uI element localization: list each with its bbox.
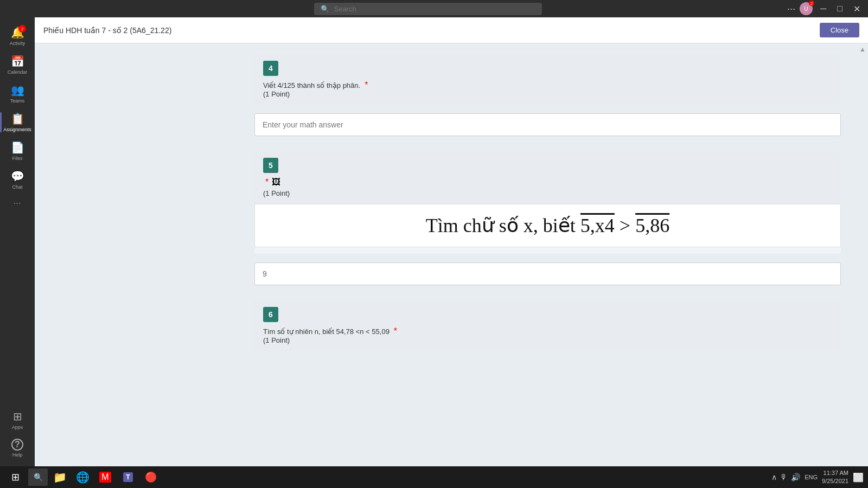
tray-arrow-icon[interactable]: ∧ [771,473,777,481]
center-panel: 4 Viết 4/125 thành số thập phân. * (1 Po… [238,43,857,466]
titlebar: 🔍 ··· U 2 ─ □ ✕ [0,0,868,17]
tray-clock[interactable]: 11:37 AM 9/25/2021 [822,469,848,486]
calendar-icon: 📅 [11,55,24,68]
question-5-math: Tìm chữ số x, biết 5,x4 > 5,86 [426,214,669,237]
sidebar-label-activity: Activity [10,41,25,46]
question-6-text: Tìm số tự nhiên n, biết 54,78 <n < 55,09 [263,328,390,336]
minimize-button[interactable]: ─ [817,3,829,15]
tray-date-value: 9/25/2021 [822,477,848,485]
question-5-image-area: Tìm chữ số x, biết 5,x4 > 5,86 [254,204,841,247]
sidebar-bottom: ⊞ Apps ? Help [9,406,25,466]
activity-badge: 2 [18,25,26,33]
assignments-icon: 📋 [11,112,24,125]
page-title: Phiếu HDH tuần 7 - số 2 (5A6_21.22) [43,26,171,35]
search-input[interactable] [334,5,535,13]
sidebar-label-calendar: Calendar [8,69,28,75]
edge-icon: 🌐 [76,471,90,484]
sidebar-label-assignments: Assignments [3,127,31,132]
search-bar[interactable]: 🔍 [314,3,542,15]
apps-icon: ⊞ [13,410,22,423]
question-4-required: * [365,80,368,90]
tray-volume-icon[interactable]: 🔊 [791,473,800,481]
more-icon: ··· [14,198,22,207]
question-6-header: 6 Tìm số tự nhiên n, biết 54,78 <n < 55,… [254,300,841,351]
question-5-badge: 5 [263,158,278,173]
taskbar-tray: ∧ 🎙 🔊 ENG 11:37 AM 9/25/2021 ⬜ [771,469,864,486]
taskbar-chrome[interactable]: 🔴 [140,466,162,488]
avatar[interactable]: U 2 [800,2,813,15]
more-options-icon[interactable]: ··· [787,3,795,15]
sidebar-item-help[interactable]: ? Help [9,434,25,462]
search-icon: 🔍 [321,5,329,13]
question-4-header: 4 Viết 4/125 thành số thập phân. * (1 Po… [254,54,841,105]
chat-icon: 💬 [11,170,24,183]
question-4-badge: 4 [263,61,278,76]
sidebar-label-help: Help [12,452,23,458]
question-5-input[interactable] [254,262,841,285]
help-icon: ? [11,439,23,451]
sidebar-item-files[interactable]: 📄 Files [0,137,35,165]
sidebar-item-assignments[interactable]: 📋 Assignments [0,108,35,137]
teams-icon: 👥 [11,84,24,97]
teams-taskbar-icon: T [123,472,132,482]
mcafee-icon: M [99,472,111,483]
app-area: 2 🔔 Activity 📅 Calendar 👥 Teams 📋 Assign… [0,17,868,466]
right-panel: ▲ [857,43,868,466]
question-6-points: (1 Point) [263,336,832,344]
question-4-input[interactable] [254,113,841,136]
sidebar-item-activity[interactable]: 2 🔔 Activity [0,22,35,50]
sidebar-item-teams[interactable]: 👥 Teams [0,79,35,108]
question-5-header: 5 * 🖼 (1 Point) [254,151,841,204]
sidebar-item-apps[interactable]: ⊞ Apps [9,406,25,434]
question-4-answer-wrapper [254,113,841,136]
sidebar-item-more[interactable]: ··· [0,194,35,211]
question-5-answer-wrapper [254,262,841,285]
sidebar-label-teams: Teams [10,98,25,104]
taskbar-file-explorer[interactable]: 📁 [49,466,71,488]
files-icon: 📄 [11,141,24,154]
taskbar: ⊞ 🔍 📁 🌐 M T 🔴 ∧ 🎙 🔊 ENG 11:37 AM 9/25/20… [0,466,868,488]
file-explorer-icon: 📁 [53,471,67,484]
taskbar-search-icon: 🔍 [34,473,43,481]
question-5-card: 5 * 🖼 (1 Point) Tìm chữ số x, biết 5,x4 … [254,151,841,254]
taskbar-search-button[interactable]: 🔍 [28,468,48,486]
header-bar: Phiếu HDH tuần 7 - số 2 (5A6_21.22) Clos… [35,17,868,43]
tray-icons: ∧ 🎙 🔊 [771,473,800,481]
question-5-points: (1 Point) [263,189,832,197]
sidebar: 2 🔔 Activity 📅 Calendar 👥 Teams 📋 Assign… [0,17,35,466]
left-panel [35,43,238,466]
tray-mic-icon[interactable]: 🎙 [780,473,788,481]
close-button[interactable]: Close [820,23,859,37]
chrome-icon: 🔴 [145,471,157,483]
taskbar-teams-app[interactable]: T [117,466,139,488]
taskbar-mcafee[interactable]: M [94,466,116,488]
tray-lang: ENG [805,474,818,480]
question-6-required: * [394,326,397,336]
sidebar-label-files: Files [12,156,22,161]
tray-notification-icon[interactable]: ⬜ [853,472,864,483]
question-6-badge: 6 [263,307,278,322]
tray-time-value: 11:37 AM [822,469,848,477]
sidebar-label-chat: Chat [12,184,22,190]
main-content: 4 Viết 4/125 thành số thập phân. * (1 Po… [35,43,868,466]
maximize-button[interactable]: □ [834,3,846,15]
question-4-text: Viết 4/125 thành số thập phân. [263,81,360,89]
sidebar-item-calendar[interactable]: 📅 Calendar [0,50,35,79]
question-6-card: 6 Tìm số tự nhiên n, biết 54,78 <n < 55,… [254,300,841,351]
sidebar-item-chat[interactable]: 💬 Chat [0,165,35,194]
question-5-image-icon: 🖼 [272,177,280,187]
scroll-up-icon[interactable]: ▲ [859,46,866,53]
sidebar-label-apps: Apps [12,425,23,430]
question-5-icons: * 🖼 [263,177,832,187]
question-5-required: * [265,177,269,187]
close-window-button[interactable]: ✕ [850,3,864,15]
taskbar-start-button[interactable]: ⊞ [4,466,26,488]
question-4-points: (1 Point) [263,90,832,98]
avatar-badge: 2 [809,1,814,6]
taskbar-edge[interactable]: 🌐 [72,466,93,488]
windows-icon: ⊞ [11,471,20,483]
titlebar-controls: ··· U 2 ─ □ ✕ [787,2,864,15]
question-4-card: 4 Viết 4/125 thành số thập phân. * (1 Po… [254,54,841,105]
